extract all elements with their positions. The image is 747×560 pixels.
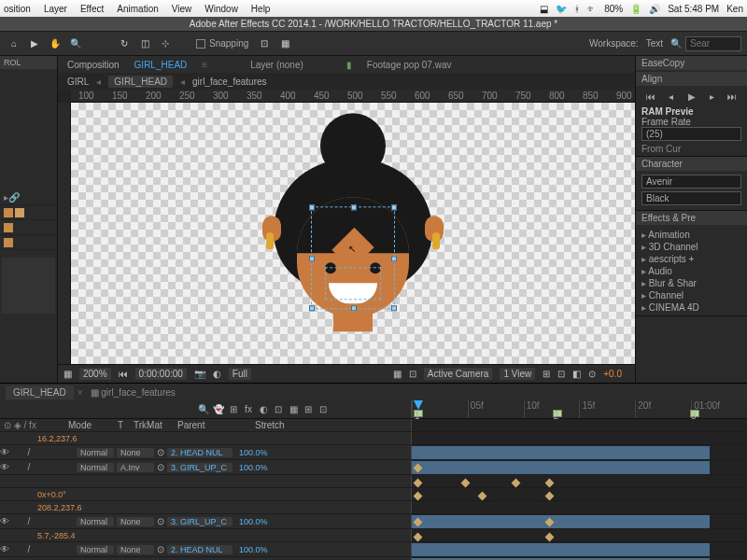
3d-icon[interactable]: ⊡ [271,404,286,414]
breadcrumb-item[interactable]: GIRL_HEAD [108,76,173,88]
camera-dropdown[interactable]: Active Camera [424,368,493,380]
timeline-tab[interactable]: GIRL_HEAD [6,385,74,399]
menu-item[interactable]: Effect [80,4,104,14]
camera-tool-icon[interactable]: ◫ [136,35,153,52]
project-item[interactable] [0,220,57,235]
timeline-ruler[interactable]: 05f 10f 15f 20f 01:00f 1 2 3 [411,400,747,418]
col-icon[interactable]: ⊞ [301,404,316,414]
project-panel[interactable]: ROL ▸ 🔗 [0,56,58,383]
position-value[interactable]: 5.7,-285.4 [0,529,411,541]
graph-icon[interactable]: ⊞ [226,404,241,414]
footage-tab[interactable]: Footage pop 07.wav [367,60,452,70]
search-icon[interactable]: 🔍 [670,38,682,49]
snap-option-icon[interactable]: ▦ [276,35,293,52]
timecode-icon[interactable]: ⊙ [588,369,596,379]
channel-icon[interactable]: ◐ [213,369,221,379]
timeline-panel: GIRL_HEAD × ▦ girl_face_features 🔍 👻 ⊞ f… [0,383,747,560]
resolution-dropdown[interactable]: Full [229,368,251,380]
shy-icon[interactable]: 👻 [211,404,226,414]
project-item[interactable] [0,205,57,220]
menu-item[interactable]: Layer [44,4,67,14]
composition-viewport[interactable]: ↖ [71,103,635,364]
dropbox-icon[interactable]: ⬓ [540,4,548,14]
align-panel[interactable]: Align [636,72,747,86]
user-name[interactable]: Ken [726,4,743,14]
layer-tab[interactable]: Layer (none) [250,60,303,70]
project-item[interactable] [0,235,57,250]
last-frame-icon: ⏭ [726,91,738,102]
home-icon[interactable]: ⌂ [6,35,22,52]
effect-category: aescripts + [641,253,741,265]
fx-icon[interactable]: fx [241,404,256,414]
menu-item[interactable]: Help [251,4,271,14]
bluetooth-icon[interactable]: ᚼ [574,4,580,14]
zoom-dropdown[interactable]: 200% [79,368,111,380]
menu-item[interactable]: osition [4,4,31,14]
search-icon[interactable]: 🔍 [196,404,211,414]
character-panel[interactable]: Character [636,157,747,171]
mb-icon[interactable]: ◐ [256,404,271,414]
volume-icon[interactable]: 🔊 [649,4,660,14]
panel-tab[interactable]: ROL [0,56,57,69]
position-value[interactable]: 16.2,237.6 [0,432,411,444]
search-input[interactable] [685,36,741,51]
layer-row[interactable]: 👁/ NormalA.Inv ⊙3. GIRL_UP_C100.0% [0,460,747,475]
col-icon[interactable]: ▦ [286,404,301,414]
view-opt-icon[interactable]: ⊡ [557,369,565,379]
selection-tool-icon[interactable]: ▶ [26,35,43,52]
timeline-tab[interactable]: ▦ girl_face_features [83,385,183,399]
comp-marker[interactable]: 3 [690,410,699,417]
mode-header: Mode [68,420,115,430]
menu-item[interactable]: View [172,4,192,14]
view-opt-icon[interactable]: ◧ [572,369,581,379]
playhead-icon[interactable]: ⏮ [119,369,128,379]
effects-panel[interactable]: Effects & Pre [636,211,747,225]
menu-item[interactable]: Window [204,4,238,14]
viewer-controls: ▦ 200% ⏮ 0:00:00:00 📷 ◐ Full ▦ ⊡ Active … [58,364,635,383]
preview-transport[interactable]: ⏮◂ ▶▸ ⏭ [641,90,741,104]
mac-menubar: osition Layer Effect Animation View Wind… [0,0,747,17]
anchor-tool-icon[interactable]: ⊹ [157,35,174,52]
comp-marker[interactable]: 1 [414,410,423,417]
breadcrumb-item[interactable]: girl_face_features [192,77,267,87]
girl-head-artwork[interactable]: ↖ [274,113,432,331]
snapping-checkbox[interactable] [196,39,205,49]
exposure-value[interactable]: +0.0 [603,369,622,379]
position-value[interactable]: 208.2,237.6 [0,501,411,513]
snapshot-icon[interactable]: 📷 [194,369,205,379]
framerate-dropdown[interactable]: (25) [641,127,741,141]
zoom-tool-icon[interactable]: 🔍 [67,35,84,52]
project-item[interactable]: ▸ 🔗 [0,190,57,205]
breadcrumb-item[interactable]: GIRL [67,77,89,87]
effects-list[interactable]: Animation 3D Channel aescripts + Audio B… [636,227,747,316]
clock[interactable]: Sat 5:48 PM [668,4,719,14]
trkmat-header: TrkMat [134,420,175,430]
wifi-icon[interactable]: ᯤ [587,4,597,14]
rotate-tool-icon[interactable]: ↻ [116,35,133,52]
battery-icon[interactable]: 🔋 [630,4,641,14]
font-style-dropdown[interactable]: Black [641,191,741,205]
mask-icon[interactable]: ⊡ [409,369,416,379]
views-dropdown[interactable]: 1 View [500,368,535,380]
font-dropdown[interactable]: Avenir [641,175,741,189]
layer-row[interactable]: 👁/ NormalNone ⊙2. HEAD NUL100.0% [0,542,747,557]
snap-option-icon[interactable]: ⊡ [256,35,273,52]
comp-marker[interactable]: 2 [553,410,562,417]
col-icon[interactable]: ⊡ [316,404,331,414]
layer-row[interactable]: 👁/ NormalNone ⊙2. HEAD NUL100.0% [0,445,747,460]
twitter-icon[interactable]: 🐦 [556,4,567,14]
workspace-dropdown[interactable]: Text [646,38,663,49]
view-icon[interactable]: ▦ [393,369,402,379]
easecopy-panel[interactable]: EaseCopy [636,56,747,70]
project-drop-area[interactable] [2,258,55,314]
rotation-value[interactable]: 0x+0.0° [0,488,411,500]
view-opt-icon[interactable]: ⊞ [543,369,550,379]
active-comp-name[interactable]: GIRL_HEAD [134,60,188,70]
ruler-horizontal[interactable]: 1001502002503003504004505005506006507007… [71,90,635,103]
current-time[interactable]: 0:00:00:00 [135,368,187,380]
layer-row[interactable]: 👁/ NormalNone ⊙3. GIRL_UP_C100.0% [0,514,747,529]
grid-icon[interactable]: ▦ [63,369,72,379]
menu-item[interactable]: Animation [117,4,158,14]
hand-tool-icon[interactable]: ✋ [47,35,63,52]
ruler-vertical[interactable] [58,103,71,364]
